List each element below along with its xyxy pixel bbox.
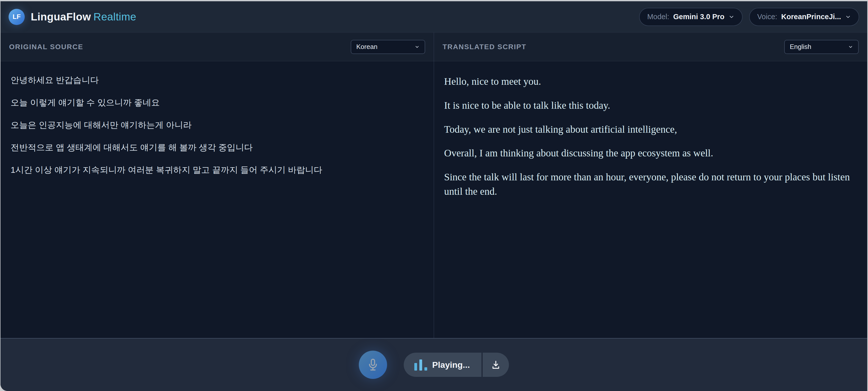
source-transcript: 안녕하세요 반갑습니다오늘 이렇게 얘기할 수 있으니까 좋네요오늘은 인공지능…	[0, 61, 434, 338]
transcript-line: Since the talk will last for more than a…	[444, 170, 857, 199]
transcript-line: 오늘은 인공지능에 대해서만 얘기하는게 아니라	[10, 119, 424, 131]
chevron-down-icon	[848, 44, 853, 50]
chevron-down-icon	[414, 44, 420, 50]
logo-monogram: LF	[12, 13, 21, 21]
model-value: Gemini 3.0 Pro	[673, 12, 724, 21]
app-logo: LF	[8, 9, 25, 25]
source-panel-title: ORIGINAL SOURCE	[9, 43, 83, 51]
voice-selector[interactable]: Voice: KoreanPrinceJi...	[749, 8, 859, 26]
source-language-select[interactable]: Korean	[351, 40, 425, 54]
transcript-line: 1시간 이상 얘기가 지속되니까 여러분 복귀하지 말고 끝까지 들어 주시기 …	[10, 164, 424, 175]
chevron-down-icon	[845, 14, 851, 20]
transcript-line: 오늘 이렇게 얘기할 수 있으니까 좋네요	[10, 97, 424, 108]
app-header: LF LinguaFlowRealtime Model: Gemini 3.0 …	[0, 1, 867, 33]
playing-status-label: Playing...	[432, 360, 470, 370]
translation-panel: TRANSLATED SCRIPT English Hello, nice to…	[434, 33, 867, 338]
translation-panel-title: TRANSLATED SCRIPT	[442, 43, 526, 51]
download-icon	[491, 359, 501, 370]
main-content: ORIGINAL SOURCE Korean 안녕하세요 반갑습니다오늘 이렇게…	[0, 33, 867, 338]
transcript-line: Hello, nice to meet you.	[444, 74, 857, 89]
control-bar: Playing...	[0, 338, 867, 391]
translation-transcript: Hello, nice to meet you.It is nice to be…	[434, 61, 867, 338]
translation-language-select[interactable]: English	[784, 40, 859, 54]
model-selector[interactable]: Model: Gemini 3.0 Pro	[639, 8, 743, 26]
transcript-line: Overall, I am thinking about discussing …	[444, 146, 857, 160]
header-controls: Model: Gemini 3.0 Pro Voice: KoreanPrinc…	[639, 8, 859, 26]
translation-language-value: English	[790, 43, 811, 51]
microphone-icon	[366, 358, 380, 372]
translation-panel-header: TRANSLATED SCRIPT English	[434, 33, 867, 61]
equalizer-bars-icon	[414, 359, 427, 370]
app-window: LF LinguaFlowRealtime Model: Gemini 3.0 …	[0, 1, 867, 391]
source-panel: ORIGINAL SOURCE Korean 안녕하세요 반갑습니다오늘 이렇게…	[0, 33, 434, 338]
transcript-line: It is nice to be able to talk like this …	[444, 98, 857, 113]
playing-status-button[interactable]: Playing...	[404, 353, 482, 377]
app-title-secondary: Realtime	[93, 11, 136, 23]
app-title-primary: LinguaFlow	[31, 11, 91, 23]
voice-value: KoreanPrinceJi...	[781, 12, 841, 21]
model-label: Model:	[647, 12, 669, 21]
app-title: LinguaFlowRealtime	[31, 11, 136, 23]
voice-label: Voice:	[757, 12, 777, 21]
source-language-value: Korean	[356, 43, 377, 51]
microphone-button[interactable]	[359, 351, 387, 379]
transcript-line: 안녕하세요 반갑습니다	[10, 74, 424, 86]
transcript-line: 전반적으로 앱 생태계에 대해서도 얘기를 해 볼까 생각 중입니다	[10, 142, 424, 153]
transcript-line: Today, we are not just talking about art…	[444, 122, 857, 137]
playback-group: Playing...	[404, 353, 509, 377]
brand: LF LinguaFlowRealtime	[8, 9, 136, 25]
source-panel-header: ORIGINAL SOURCE Korean	[0, 33, 434, 61]
chevron-down-icon	[728, 14, 735, 20]
download-button[interactable]	[483, 353, 509, 377]
